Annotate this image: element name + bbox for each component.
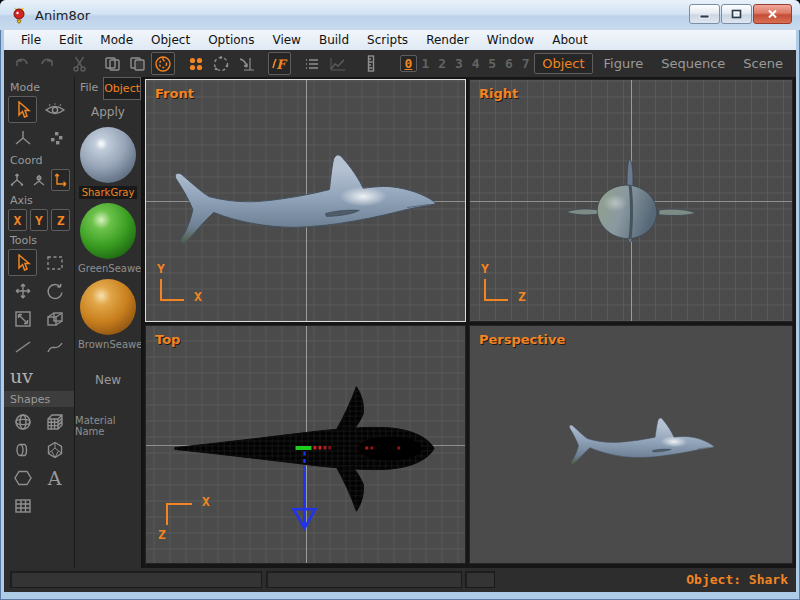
materials-tab-object[interactable]: Object — [103, 77, 141, 100]
material-label-sharkgray[interactable]: SharkGray — [79, 186, 138, 199]
minimize-button[interactable] — [689, 4, 720, 24]
list-button[interactable] — [301, 52, 324, 75]
menu-file[interactable]: File — [12, 31, 50, 49]
maximize-button[interactable] — [721, 4, 752, 24]
top-axis-down-label: Z — [158, 527, 166, 542]
titlebar[interactable]: Anim8or — [0, 0, 800, 30]
shape-ngon-button[interactable] — [8, 464, 37, 491]
menu-options[interactable]: Options — [199, 31, 263, 49]
tool-curve-button[interactable] — [40, 333, 69, 360]
mode-points-button[interactable] — [40, 124, 69, 151]
viewport-area: Front Y X Right — [143, 77, 796, 568]
menu-build[interactable]: Build — [310, 31, 358, 49]
mode-tab-scene[interactable]: Scene — [736, 54, 790, 73]
coord-screen-button[interactable] — [51, 169, 70, 191]
material-swatch-greenseaweed[interactable] — [80, 203, 136, 259]
coord-section-label: Coord — [8, 152, 70, 168]
mode-tab-figure[interactable]: Figure — [597, 54, 651, 73]
toolbar-number-2[interactable]: 2 — [434, 56, 451, 71]
materials-tab-file[interactable]: File — [75, 77, 103, 100]
axis-section-label: Axis — [8, 192, 70, 208]
cursor-icon — [15, 101, 31, 119]
close-button[interactable] — [753, 4, 792, 24]
top-axis-right-label: X — [202, 494, 210, 509]
ruler-button[interactable] — [359, 52, 382, 75]
script-button[interactable]: F — [268, 52, 291, 75]
axis-x-label: X — [13, 213, 21, 228]
toolbar-number-0[interactable]: 0 — [400, 55, 417, 72]
undo-button[interactable] — [10, 52, 33, 75]
tool-extrude-button[interactable] — [40, 305, 69, 332]
mode-select-button[interactable] — [8, 96, 37, 123]
toolbar-number-5[interactable]: 5 — [484, 56, 501, 71]
graph-button[interactable] — [326, 52, 349, 75]
shape-geodesic-button[interactable] — [40, 436, 69, 463]
redo-button[interactable] — [35, 52, 58, 75]
copy-button[interactable] — [101, 52, 124, 75]
menu-object[interactable]: Object — [142, 31, 199, 49]
toolbar-number-7[interactable]: 7 — [517, 56, 534, 71]
tool-rotate-button[interactable] — [40, 277, 69, 304]
mode-tab-sequence[interactable]: Sequence — [654, 54, 732, 73]
menu-view[interactable]: View — [263, 31, 309, 49]
tool-select-button[interactable] — [8, 249, 37, 276]
material-swatch-brownseaweed[interactable] — [80, 279, 136, 335]
arc-rotate-button[interactable] — [151, 52, 174, 75]
viewport-top[interactable]: Top — [145, 325, 466, 564]
mode-tab-object[interactable]: Object — [534, 53, 592, 74]
axis-snap-button[interactable] — [235, 52, 258, 75]
scale-icon — [14, 310, 32, 328]
axis-x-button[interactable]: X — [8, 209, 27, 231]
new-material-button[interactable]: New — [95, 373, 121, 387]
shape-cube-button[interactable] — [40, 408, 69, 435]
viewport-front[interactable]: Front Y X — [145, 79, 466, 322]
front-axis-indicator: Y X — [154, 263, 210, 313]
tool-drag-select-button[interactable] — [40, 249, 69, 276]
tool-move-button[interactable] — [8, 277, 37, 304]
sphere-icon — [14, 413, 32, 431]
tool-scale-button[interactable] — [8, 305, 37, 332]
right-axis-up-label: Y — [481, 261, 489, 276]
menu-scripts[interactable]: Scripts — [358, 31, 417, 49]
viewport-top-label: Top — [155, 332, 180, 347]
cut-button[interactable] — [68, 52, 91, 75]
shape-text-button[interactable]: A — [40, 464, 69, 491]
axis-y-button[interactable]: Y — [30, 209, 49, 231]
viewport-right[interactable]: Right Y Z — [469, 79, 793, 322]
coord-object-button[interactable] — [30, 169, 49, 191]
perspective-shark-model[interactable] — [470, 326, 792, 563]
tool-uv-button[interactable]: uv — [8, 361, 70, 389]
right-axis-right-label: Z — [518, 289, 526, 304]
viewport-perspective[interactable]: Perspective — [469, 325, 793, 564]
shape-sphere-button[interactable] — [8, 408, 37, 435]
shape-cylinder-button[interactable] — [8, 436, 37, 463]
menu-window[interactable]: Window — [478, 31, 543, 49]
viewport-front-label: Front — [155, 86, 194, 101]
mode-axis-button[interactable] — [8, 124, 37, 151]
coord-world-button[interactable] — [8, 169, 27, 191]
dotted-circle-button[interactable] — [210, 52, 233, 75]
axis-z-button[interactable]: Z — [51, 209, 70, 231]
shape-grid-button[interactable] — [8, 492, 37, 519]
material-swatch-sharkgray[interactable] — [80, 127, 136, 183]
toolbar-number-1[interactable]: 1 — [417, 56, 434, 71]
menu-render[interactable]: Render — [417, 31, 478, 49]
material-label-greenseaweed[interactable]: GreenSeaweed — [75, 262, 141, 275]
toolbar-number-6[interactable]: 6 — [501, 56, 518, 71]
move-icon — [14, 282, 32, 300]
toolbar-number-3[interactable]: 3 — [450, 56, 467, 71]
tool-sidebar: Mode Coord — [4, 77, 75, 568]
anim8or-window: Anim8or File Edit Mode Object Options Vi… — [0, 0, 800, 600]
menu-edit[interactable]: Edit — [50, 31, 91, 49]
material-label-brownseaweed[interactable]: BrownSeaweed — [75, 338, 141, 351]
quad-points-button[interactable] — [185, 52, 208, 75]
menu-about[interactable]: About — [543, 31, 596, 49]
apply-button[interactable]: Apply — [91, 100, 125, 123]
menu-mode[interactable]: Mode — [91, 31, 142, 49]
toolbar-number-4[interactable]: 4 — [467, 56, 484, 71]
mode-view-button[interactable] — [40, 96, 69, 123]
paste-button[interactable] — [126, 52, 149, 75]
rotate-icon — [46, 282, 64, 300]
tool-line-button[interactable] — [8, 333, 37, 360]
arc-rotate-icon — [154, 55, 172, 73]
